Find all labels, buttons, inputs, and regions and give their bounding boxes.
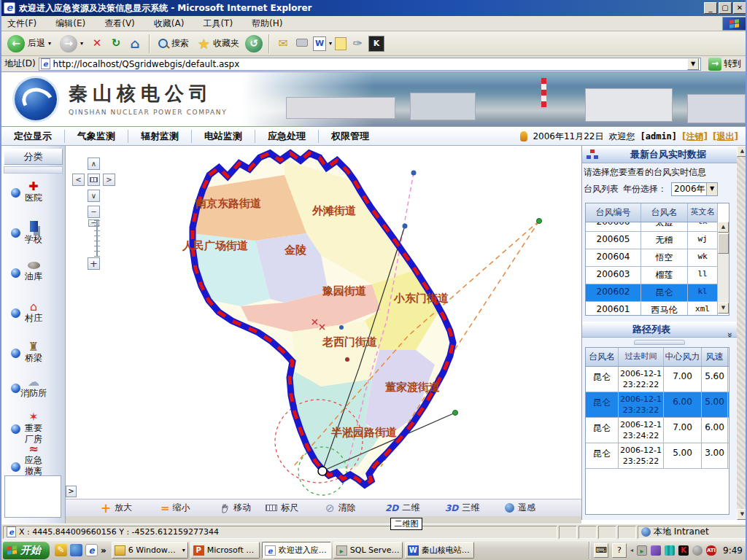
- layer-toggle-icon[interactable]: [11, 384, 20, 393]
- zoom-in-tool[interactable]: + 放大: [101, 502, 160, 514]
- table-row[interactable]: 200605无稽wj: [586, 232, 718, 249]
- sidebar-item-oil-depot[interactable]: 油库: [1, 261, 66, 282]
- layer-toggle-icon[interactable]: [11, 268, 20, 278]
- task-group-dropdown-icon[interactable]: ▾: [182, 547, 185, 553]
- home-button[interactable]: ⌂: [127, 36, 143, 52]
- page-scrollbar[interactable]: ▲ ▼: [737, 146, 747, 520]
- search-button[interactable]: 搜索: [155, 36, 192, 51]
- quick-launch-pencil-icon[interactable]: ✎: [55, 544, 67, 556]
- pan-left-button[interactable]: <: [72, 174, 85, 186]
- sql-server-tray-icon[interactable]: ▸: [637, 545, 647, 556]
- layer-toggle-icon[interactable]: [11, 308, 20, 318]
- menu-file[interactable]: 文件(F): [7, 18, 36, 30]
- forward-dropdown-icon[interactable]: ▾: [80, 40, 83, 47]
- sidebar-item-fire-station[interactable]: ☁ 消防所: [1, 376, 66, 399]
- sidebar-item-school[interactable]: 学校: [1, 221, 66, 245]
- antivirus-tray-icon[interactable]: K: [678, 545, 689, 556]
- map-canvas[interactable]: 南京东路街道外滩街道人民广场街道金陵豫园街道小东门街道老西门街道董家渡街道半淞园…: [66, 146, 581, 524]
- year-select[interactable]: 2006年 ▼: [671, 182, 718, 196]
- layer-toggle-icon[interactable]: [11, 349, 20, 358]
- sidebar-item-hospital[interactable]: ✚ 医院: [1, 181, 66, 203]
- collapse-chevron-icon[interactable]: «: [724, 322, 735, 338]
- layer-toggle-icon[interactable]: [11, 188, 20, 198]
- zoom-in-step-button[interactable]: +: [88, 257, 100, 270]
- stop-button[interactable]: ✕: [89, 36, 105, 52]
- go-button[interactable]: → 转到: [704, 57, 746, 71]
- maximize-button[interactable]: ▢: [719, 2, 732, 14]
- sidebar-item-village[interactable]: ⌂ 村庄: [1, 301, 66, 324]
- tab-station-monitor[interactable]: 电站监测: [192, 130, 255, 143]
- table-row[interactable]: 昆仑2006-12-1 23:23:226.005.00: [586, 392, 729, 418]
- kankan-button[interactable]: K: [368, 36, 384, 52]
- zoom-out-step-button[interactable]: −: [88, 206, 100, 218]
- logout-link[interactable]: [注销]: [682, 131, 708, 143]
- back-button[interactable]: ← 后退 ▾: [4, 34, 54, 54]
- tab-radiation-monitor[interactable]: 辐射监测: [128, 130, 192, 143]
- tab-permission-mgmt[interactable]: 权限管理: [319, 130, 382, 143]
- minimize-button[interactable]: _: [704, 2, 717, 14]
- sidebar-expand-button[interactable]: >: [66, 486, 77, 497]
- splitter-grip[interactable]: [634, 340, 685, 345]
- menu-view[interactable]: 查看(V): [104, 18, 135, 30]
- table-row[interactable]: 200601西马伦xml: [586, 302, 718, 315]
- notes-button[interactable]: [335, 37, 347, 50]
- quick-launch-more-icon[interactable]: »: [101, 545, 107, 556]
- favorites-button[interactable]: ★ 收藏夹: [195, 34, 242, 53]
- pan-up-button[interactable]: ∧: [88, 158, 100, 170]
- forward-button[interactable]: → ▾: [57, 34, 86, 54]
- ruler-tool[interactable]: 标尺: [266, 502, 325, 514]
- extent-button[interactable]: [88, 174, 100, 186]
- year-dropdown-icon[interactable]: ▼: [706, 183, 717, 195]
- clear-tool[interactable]: ⊘ 清除: [325, 502, 385, 515]
- back-dropdown-icon[interactable]: ▾: [48, 40, 51, 47]
- layer-toggle-icon[interactable]: [11, 424, 20, 434]
- typhoon-table-scrollbar[interactable]: ▲ ▼: [717, 222, 729, 314]
- scrollbar-thumb[interactable]: [718, 233, 729, 254]
- scroll-up-icon[interactable]: ▲: [718, 222, 729, 233]
- sidebar-item-important-plant[interactable]: ✶ 重要 厂房: [1, 411, 66, 445]
- sidebar-item-bridge[interactable]: ♜ 桥梁: [1, 341, 66, 364]
- tab-weather-monitor[interactable]: 气象监测: [65, 130, 128, 143]
- pan-down-button[interactable]: ∨: [88, 190, 100, 202]
- view-2d-tool[interactable]: 2D 二维: [385, 502, 445, 514]
- task-sql-server[interactable]: ▸ SQL Server 服务...: [333, 542, 403, 559]
- refresh-button[interactable]: ↻: [108, 36, 124, 52]
- quick-launch-ie-icon[interactable]: e: [85, 544, 98, 556]
- table-row[interactable]: 200606太虚tx: [586, 222, 718, 232]
- view-3d-tool[interactable]: 3D 三维: [445, 502, 505, 514]
- address-input[interactable]: e http://localhost/QSgridwebgis/default.…: [39, 58, 701, 71]
- remote-sensing-tool[interactable]: 遥感: [505, 502, 565, 514]
- history-button[interactable]: ↺: [245, 35, 263, 52]
- tab-locate-display[interactable]: 定位显示: [1, 130, 65, 143]
- menu-favorites[interactable]: 收藏(A): [154, 18, 185, 30]
- tab-emergency-handling[interactable]: 应急处理: [255, 130, 319, 143]
- edit-with-word-button[interactable]: W: [313, 36, 326, 51]
- scroll-down-icon[interactable]: ▼: [718, 303, 729, 314]
- task-ie-emergency[interactable]: e 欢迎进入应急资...: [262, 542, 331, 559]
- layer-toggle-icon[interactable]: [11, 462, 20, 472]
- tray-expand-icon[interactable]: ◂: [630, 547, 633, 553]
- layer-toggle-icon[interactable]: [11, 228, 20, 238]
- messenger-button[interactable]: ✑: [349, 36, 365, 52]
- table-row[interactable]: 200602昆仑kl: [586, 284, 718, 302]
- pan-tool[interactable]: 移动: [220, 502, 266, 514]
- start-button[interactable]: 开始: [3, 542, 50, 559]
- edit-dropdown-icon[interactable]: ▾: [329, 40, 332, 47]
- pan-right-button[interactable]: >: [103, 174, 115, 186]
- volume-tray-icon[interactable]: [692, 545, 703, 556]
- task-word-doc[interactable]: W 秦山核电站应急...: [405, 542, 474, 559]
- table-row[interactable]: 昆仑2006-12-1 23:25:225.003.00: [586, 443, 729, 469]
- menu-edit[interactable]: 编辑(E): [55, 18, 85, 30]
- menu-help[interactable]: 帮助(H): [252, 18, 282, 30]
- zoom-out-tool[interactable]: = 缩小: [160, 502, 220, 515]
- table-row[interactable]: 200604悟空wk: [586, 249, 718, 267]
- table-row[interactable]: 昆仑2006-12-1 23:24:227.006.00: [586, 418, 729, 443]
- ime-help-button[interactable]: ?: [612, 543, 627, 558]
- sidebar-title[interactable]: 分类: [4, 149, 63, 165]
- district-map[interactable]: 南京东路街道外滩街道人民广场街道金陵豫园街道小东门街道老西门街道董家渡街道半淞园…: [66, 146, 581, 499]
- address-url[interactable]: http://localhost/QSgridwebgis/default.as…: [53, 59, 684, 69]
- ime-keyboard-button[interactable]: ⌨: [594, 543, 608, 558]
- task-windows-explorer[interactable]: 6 Windows Expl... ▾: [112, 542, 188, 559]
- page-scroll-down-icon[interactable]: ▼: [737, 509, 747, 520]
- zoom-slider-track[interactable]: [92, 220, 102, 257]
